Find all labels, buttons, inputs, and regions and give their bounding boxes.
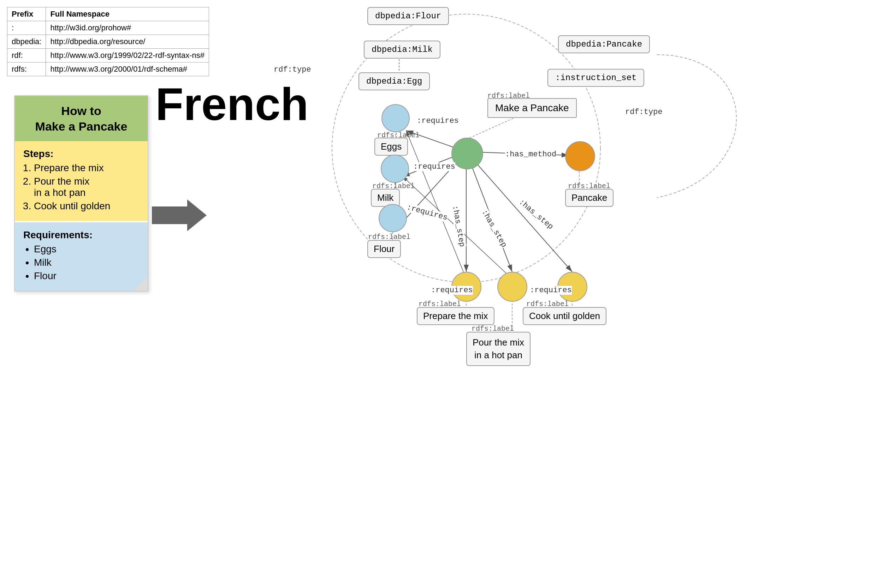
rdfs-label-make: rdfs:label [487,92,530,100]
has-step-2-label: :has_step [480,208,508,249]
flour-node-box: dbpedia:Flour [367,7,449,25]
make-pancake-node-box: Make a Pancake [487,98,577,118]
prefix-header: Prefix [8,8,46,21]
requires-step3-label: :requires [530,286,572,295]
milk-node-box: dbpedia:Milk [364,40,441,58]
req-eggs: Eggs [34,243,139,255]
cook-label-node: Cook until golden [523,307,606,325]
has-step-3-label: :has_step [517,198,555,231]
req-milk: Milk [34,257,139,268]
namespace-table: Prefix Full Namespace : http://w3id.org/… [7,7,209,76]
ns-url-1: http://w3id.org/prohow# [46,21,209,35]
requires-step1-label: :requires [431,286,473,295]
rdfs-label-flour: rdfs:label [368,233,411,241]
instruction-set-node-box: :instruction_set [548,69,644,87]
recipe-requirements: Requirements: Eggs Milk Flour [15,222,147,291]
step2-yellow-circle [497,272,527,302]
step-3: Cook until golden [34,201,139,212]
method-orange-circle [565,141,595,171]
ns-prefix-1: : [8,21,46,35]
requires-2-label: :requires [413,162,455,171]
eggs-label-node: Eggs [375,138,408,156]
requires-1-label: :requires [417,117,459,125]
ns-prefix-4: rdfs: [8,63,46,76]
pancake-label-node: Pancake [565,189,614,207]
rdf-type-2-label: rdf:type [625,108,663,117]
rdfs-label-eggs: rdfs:label [377,131,420,140]
flour-label-node: Flour [367,240,401,258]
milk-circle [381,154,409,183]
requires-3-label: :requires [406,203,448,222]
steps-list: Prepare the mix Pour the mixin a hot pan… [23,162,139,212]
recipe-card-title: How toMake a Pancake [15,96,147,141]
recipe-steps: Steps: Prepare the mix Pour the mixin a … [15,141,147,221]
dbpancake-node-box: dbpedia:Pancake [558,35,650,53]
step-1: Prepare the mix [34,162,139,174]
has-method-label: :has_method [505,150,556,159]
rdf-type-label: rdf:type [274,65,311,74]
requirements-label: Requirements: [23,230,139,241]
steps-label: Steps: [23,148,139,159]
eggs-circle [381,104,410,132]
graph-container: dbpedia:Flour dbpedia:Milk dbpedia:Panca… [198,0,869,588]
rdfs-label-prepare: rdfs:label [418,300,461,308]
rdfs-label-pour: rdfs:label [472,325,514,333]
rdfs-label-milk: rdfs:label [372,182,415,190]
central-green-circle [451,138,483,170]
recipe-card: How toMake a Pancake Steps: Prepare the … [14,95,148,291]
step-2: Pour the mixin a hot pan [34,176,139,198]
egg-node-box: dbpedia:Egg [358,72,430,90]
ns-prefix-2: dbpedia: [8,35,46,49]
ns-url-4: http://www.w3.org/2000/01/rdf-schema# [46,63,209,76]
rdfs-label-pancake: rdfs:label [568,182,610,190]
rdfs-label-cook: rdfs:label [526,300,569,308]
ns-url-2: http://dbpedia.org/resource/ [46,35,209,49]
flour-circle [379,204,407,232]
prepare-label-node: Prepare the mix [417,307,495,325]
requirements-list: Eggs Milk Flour [23,243,139,282]
has-step-1-label: :has_step [450,205,466,248]
ns-url-3: http://www.w3.org/1999/02/22-rdf-syntax-… [46,49,209,63]
namespace-header: Full Namespace [46,8,209,21]
req-flour: Flour [34,270,139,282]
ns-prefix-3: rdf: [8,49,46,63]
pour-label-node: Pour the mixin a hot pan [466,332,531,366]
